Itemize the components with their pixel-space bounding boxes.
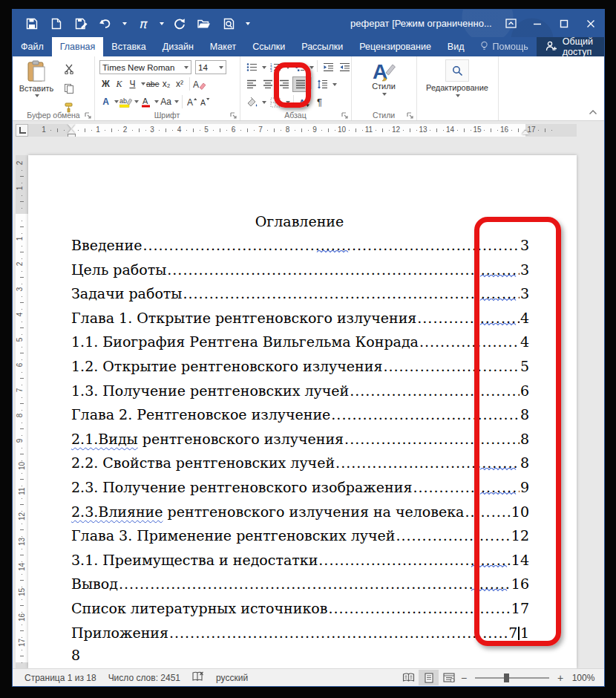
proofing-errors-icon[interactable]: [192, 671, 204, 684]
font-color-caret[interactable]: [154, 100, 159, 103]
hanging-indent-marker[interactable]: [68, 129, 75, 134]
dot-leader: ........................................…: [169, 624, 508, 641]
tab-помощь[interactable]: Помощь: [472, 37, 536, 56]
tab-selector[interactable]: [16, 124, 28, 137]
subscript-button[interactable]: x₂: [160, 77, 173, 91]
clear-formatting-button[interactable]: А: [193, 77, 206, 91]
ribbon-display-options-icon[interactable]: [497, 10, 524, 37]
word-window: π реферат [Режим ограниченно...: [12, 9, 605, 687]
zoom-slider[interactable]: [475, 677, 549, 679]
underline-caret[interactable]: [141, 82, 145, 85]
tab-главная[interactable]: Главная: [52, 37, 104, 56]
text-effects-caret[interactable]: [114, 100, 119, 103]
italic-button[interactable]: К: [113, 77, 125, 91]
increase-indent-icon[interactable]: [337, 60, 352, 74]
equation-icon[interactable]: π: [134, 14, 151, 33]
change-case-caret[interactable]: [174, 100, 179, 103]
toc-row: Цель работы.............................…: [71, 261, 529, 279]
svg-text:ab: ab: [119, 97, 127, 105]
zoom-slider-handle[interactable]: [504, 673, 509, 682]
language-indicator[interactable]: русский: [216, 673, 248, 683]
change-case-button[interactable]: Aa: [160, 95, 172, 108]
zoom-out-button[interactable]: −: [459, 672, 469, 684]
tab-ссылки[interactable]: Ссылки: [244, 37, 293, 56]
zoom-level[interactable]: 100%: [566, 673, 601, 683]
tab-дизайн[interactable]: Дизайн: [154, 37, 202, 56]
first-line-indent-marker[interactable]: [68, 124, 75, 128]
styles-button[interactable]: А Стили: [351, 59, 416, 96]
redo-icon[interactable]: [171, 14, 189, 33]
word-count[interactable]: Число слов: 2451: [108, 673, 180, 683]
underline-button[interactable]: Ч: [126, 77, 139, 91]
toc-row: Вывод...................................…: [71, 575, 529, 593]
document-page[interactable]: Оглавление Введение.....................…: [28, 155, 577, 668]
text-effects-button[interactable]: А: [99, 95, 112, 108]
read-mode-icon[interactable]: [399, 670, 419, 685]
editing-button[interactable]: Редактирование: [416, 59, 498, 97]
close-icon[interactable]: [577, 10, 604, 37]
superscript-button[interactable]: x²: [174, 77, 186, 91]
paste-button[interactable]: Вставить: [19, 60, 54, 108]
toc-row: Задачи работы...........................…: [71, 285, 529, 303]
toc-label: Введение: [71, 237, 142, 253]
highlight-caret[interactable]: [134, 100, 139, 103]
print-preview-icon[interactable]: [220, 14, 237, 33]
grow-font-button[interactable]: А: [186, 95, 198, 108]
open-folder-icon[interactable]: [195, 14, 213, 33]
collapse-ribbon-icon[interactable]: [589, 108, 597, 117]
decrease-indent-icon[interactable]: [321, 60, 335, 74]
tab-рассылки[interactable]: Рассылки: [293, 37, 351, 56]
document-heading: Оглавление: [71, 213, 528, 229]
bold-button[interactable]: Ж: [99, 77, 112, 91]
vertical-ruler[interactable]: 211234567891011121314151617: [16, 155, 28, 669]
tab-вставка[interactable]: Вставка: [103, 37, 154, 56]
align-center-icon[interactable]: [261, 77, 275, 91]
save-icon[interactable]: [23, 14, 41, 33]
strikethrough-button[interactable]: abe: [146, 77, 160, 91]
ruler-number: 17: [18, 639, 26, 647]
paragraph-dialog-launcher[interactable]: [341, 111, 349, 119]
align-left-icon[interactable]: [244, 77, 259, 91]
bullets-icon[interactable]: [244, 60, 259, 74]
left-indent-marker[interactable]: [68, 134, 75, 137]
ruler-number: 4: [16, 313, 24, 317]
toc-row: 2.3. Получение рентгеновского изображени…: [71, 479, 529, 497]
undo-dropdown-caret[interactable]: [122, 22, 127, 25]
pilcrow-icon[interactable]: ¶: [313, 96, 326, 109]
horizontal-ruler[interactable]: 12345678910111213141516117: [28, 124, 577, 137]
clipboard-dialog-launcher[interactable]: [85, 111, 92, 119]
maximize-icon[interactable]: [551, 10, 577, 37]
paste-dropdown-caret[interactable]: [35, 94, 39, 97]
share-button[interactable]: Общий доступ: [537, 37, 605, 56]
new-document-icon[interactable]: [47, 14, 65, 33]
minimize-icon[interactable]: [524, 10, 551, 37]
shading-icon[interactable]: [244, 95, 259, 109]
highlight-button[interactable]: ab: [119, 95, 132, 108]
zoom-in-button[interactable]: +: [555, 672, 566, 684]
tab-макет[interactable]: Макет: [202, 37, 244, 56]
editing-caret: [456, 94, 460, 97]
ruler-number: 5: [16, 338, 24, 342]
cut-icon[interactable]: [62, 62, 76, 76]
web-layout-icon[interactable]: [439, 670, 459, 685]
font-dialog-launcher[interactable]: [230, 111, 237, 119]
shrink-font-button[interactable]: А: [199, 95, 212, 108]
customize-quick-access-caret[interactable]: [246, 22, 250, 25]
font-size-combo[interactable]: 14: [195, 60, 226, 74]
quick-access-toolbar: π: [23, 10, 250, 37]
styles-group: А Стили Стили: [351, 56, 417, 120]
font-name-combo[interactable]: Times New Roman: [99, 60, 191, 74]
page-indicator[interactable]: Страница 1 из 18: [24, 673, 96, 683]
copy-icon[interactable]: [62, 81, 76, 95]
ruler-number: 9: [16, 439, 24, 443]
line-spacing-icon[interactable]: [315, 77, 330, 91]
undo-icon[interactable]: [96, 14, 114, 33]
equation-dropdown-caret[interactable]: [160, 22, 164, 25]
tab-вид[interactable]: Вид: [439, 37, 473, 56]
tab-рецензирование[interactable]: Рецензирование: [351, 37, 439, 56]
tab-файл[interactable]: Файл: [13, 37, 52, 56]
save-as-icon[interactable]: [72, 14, 90, 33]
styles-dialog-launcher[interactable]: [407, 111, 414, 119]
print-layout-icon[interactable]: [419, 670, 439, 685]
font-color-button[interactable]: А: [140, 95, 152, 108]
